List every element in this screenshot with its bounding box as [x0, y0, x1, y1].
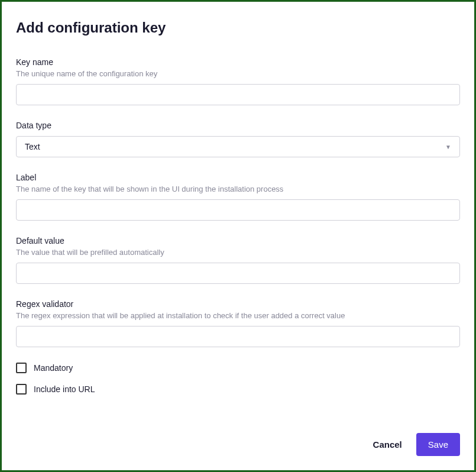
regex-help: The regex expression that will be applie…: [16, 311, 460, 320]
label-label: Label: [16, 173, 460, 182]
data-type-selected: Text: [25, 142, 40, 151]
checkbox-include-url-row: Include into URL: [16, 384, 460, 395]
key-name-label: Key name: [16, 57, 460, 67]
include-url-label: Include into URL: [34, 384, 95, 394]
field-key-name: Key name The unique name of the configur…: [16, 57, 460, 105]
field-default-value: Default value The value that will be pre…: [16, 236, 460, 284]
key-name-help: The unique name of the configuration key: [16, 69, 460, 78]
cancel-button[interactable]: Cancel: [371, 434, 404, 455]
default-value-input[interactable]: [16, 263, 460, 284]
data-type-select[interactable]: Text ▼: [16, 136, 460, 157]
regex-label: Regex validator: [16, 299, 460, 309]
data-type-label: Data type: [16, 121, 460, 130]
modal-title: Add configuration key: [16, 20, 460, 36]
field-regex-validator: Regex validator The regex expression tha…: [16, 299, 460, 347]
default-value-label: Default value: [16, 236, 460, 245]
key-name-input[interactable]: [16, 84, 460, 105]
modal-footer: Cancel Save: [371, 433, 460, 456]
default-value-help: The value that will be prefilled automat…: [16, 248, 460, 257]
save-button[interactable]: Save: [416, 433, 460, 456]
label-input[interactable]: [16, 199, 460, 221]
include-url-checkbox[interactable]: [16, 384, 27, 395]
field-data-type: Data type Text ▼: [16, 121, 460, 157]
mandatory-checkbox[interactable]: [16, 363, 27, 373]
regex-input[interactable]: [16, 326, 460, 347]
chevron-down-icon: ▼: [445, 144, 451, 150]
field-label: Label The name of the key that will be s…: [16, 173, 460, 221]
label-help: The name of the key that will be shown i…: [16, 185, 460, 193]
add-config-key-modal: Add configuration key Key name The uniqu…: [0, 0, 476, 472]
checkbox-mandatory-row: Mandatory: [16, 363, 460, 373]
mandatory-label: Mandatory: [34, 363, 73, 373]
